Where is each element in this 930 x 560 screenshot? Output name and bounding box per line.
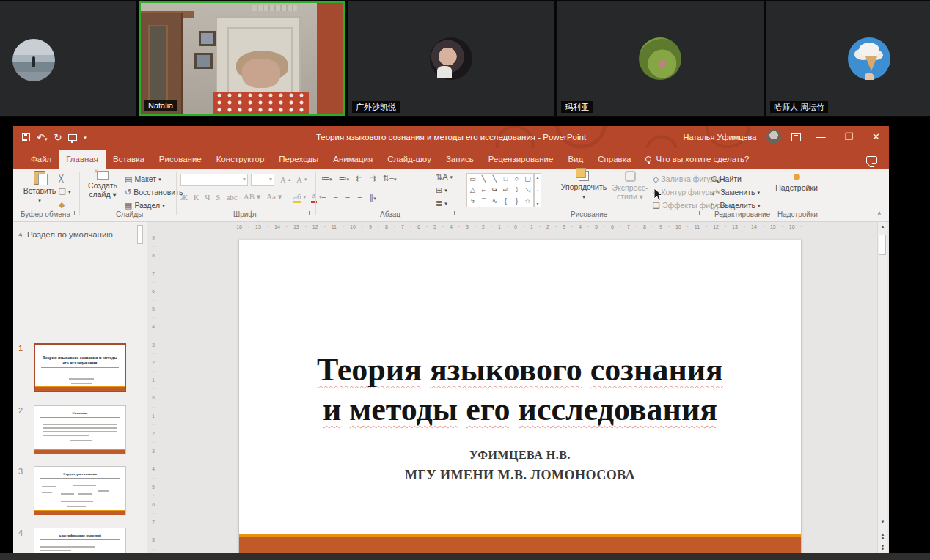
signed-in-user[interactable]: Наталья Уфимцева <box>684 133 757 141</box>
shape-icon[interactable]: ▢ <box>522 174 533 185</box>
slide-thumbnail-3[interactable]: 3Структура сознания <box>13 466 147 515</box>
shape-icon[interactable]: ⇨ <box>500 185 511 196</box>
font-size-combo[interactable] <box>251 174 274 186</box>
numbering-icon[interactable]: ≕▾ <box>339 174 350 183</box>
font-button-К[interactable]: К <box>194 193 199 202</box>
dialog-launcher-icon[interactable] <box>695 211 700 215</box>
shape-icon[interactable]: ╲ <box>489 174 500 185</box>
dialog-launcher-icon[interactable] <box>450 211 455 215</box>
shapes-gallery[interactable]: ▭╲╲□○▢△⌐↪⇨⇩◹ϟ⌒∿{}☆ <box>466 173 534 207</box>
shape-icon[interactable]: ↪ <box>489 185 500 196</box>
shape-icon[interactable]: ╲ <box>478 174 489 185</box>
font-button-Аа[interactable]: Аа ▾ <box>266 192 282 202</box>
reset-button[interactable]: ↺Восстановить <box>125 188 183 196</box>
cut-button[interactable]: ╳ <box>59 174 64 183</box>
section-header[interactable]: Раздел по умолчанию <box>19 230 113 239</box>
slide-thumbnail-2[interactable]: 2Сознание <box>13 405 147 454</box>
tell-me-box[interactable]: Что вы хотите сделать? <box>645 150 749 169</box>
paste-button[interactable]: Вставить▾ <box>21 171 59 204</box>
find-button[interactable]: Найти <box>711 174 742 183</box>
shapes-gallery-scrollbar[interactable]: ▴▪▾ <box>534 173 541 207</box>
slide-thumbnail-4[interactable]: 4классификация значений <box>13 528 147 553</box>
layout-button[interactable]: ▤Макет▾ <box>125 174 161 183</box>
align-text-button[interactable]: ⊞▾ <box>436 186 447 194</box>
font-button-Ч[interactable]: Ч <box>205 193 210 202</box>
grow-font-button[interactable]: А▴ <box>280 175 290 184</box>
ribbon-display-options-icon[interactable] <box>791 133 801 141</box>
new-slide-button[interactable]: Создать слайд ▾ <box>84 171 122 199</box>
columns-icon[interactable]: ∥▾ <box>370 194 376 202</box>
tab-Анимация[interactable]: Анимация <box>326 150 380 169</box>
close-button[interactable]: ✕ <box>868 126 885 148</box>
shape-icon[interactable]: △ <box>467 185 478 196</box>
document-scrollbar[interactable]: ▲ ▼ ▲▲ ▼▼ <box>877 222 887 553</box>
dialog-launcher-icon[interactable] <box>305 211 310 215</box>
increase-indent-icon[interactable]: ⇉ <box>369 174 376 183</box>
shrink-font-button[interactable]: А▾ <box>296 175 307 184</box>
format-painter-button[interactable]: ◆ <box>59 201 65 209</box>
next-slide-button[interactable]: ▼▼ <box>878 545 887 550</box>
panel-scrollbar[interactable] <box>136 224 144 553</box>
align-left-icon[interactable]: ≡ <box>321 194 326 202</box>
tab-Переходы[interactable]: Переходы <box>271 150 326 169</box>
align-center-icon[interactable]: ≡ <box>333 194 337 202</box>
highlight-color-button[interactable]: аб▾ <box>293 192 306 203</box>
text-direction-button[interactable]: ⇅A▾ <box>436 173 453 181</box>
panel-scrollbar-thumb[interactable] <box>137 225 143 244</box>
scroll-down-icon[interactable]: ▼ <box>878 520 887 524</box>
slide-affiliation[interactable]: МГУ ИМЕНИ М.В. ЛОМОНОСОВА <box>239 468 801 483</box>
tab-Справка[interactable]: Справка <box>590 150 638 169</box>
tab-Рисование[interactable]: Рисование <box>152 150 209 169</box>
tab-Рецензирование[interactable]: Рецензирование <box>481 150 561 169</box>
font-button-АВ[interactable]: АВ ▾ <box>244 192 261 202</box>
tab-Конструктор[interactable]: Конструктор <box>209 150 272 169</box>
slide-thumbnail-1[interactable]: 1Теория языкового сознания и методы его … <box>13 343 147 392</box>
line-spacing-icon[interactable]: ⇅≡▾ <box>382 174 396 183</box>
shape-icon[interactable]: ▭ <box>467 174 478 185</box>
tab-Вставка[interactable]: Вставка <box>106 150 152 169</box>
slide-canvas[interactable]: Теория языкового сознания и методы его и… <box>238 240 802 553</box>
comments-icon[interactable] <box>866 156 877 164</box>
user-avatar[interactable] <box>766 130 781 144</box>
slide-thumbnail-image[interactable]: Структура сознания <box>34 466 126 515</box>
convert-smartart-button[interactable]: ≣▾ <box>436 199 447 207</box>
shape-icon[interactable]: ⇩ <box>511 185 522 196</box>
dialog-launcher-icon[interactable] <box>70 211 75 215</box>
replace-button[interactable]: ⇄Заменить▾ <box>711 188 760 196</box>
shape-icon[interactable]: □ <box>500 174 511 185</box>
restore-button[interactable]: ❐ <box>840 126 857 148</box>
align-right-icon[interactable]: ≡ <box>345 194 350 202</box>
select-button[interactable]: ▷Выделить▾ <box>711 201 760 210</box>
shape-icon[interactable]: ∿ <box>489 196 500 207</box>
slide-title[interactable]: Теория языкового сознания и методы его и… <box>239 350 801 430</box>
font-button-abc[interactable]: abc <box>226 193 237 202</box>
decrease-indent-icon[interactable]: ⇇ <box>356 174 362 183</box>
section-button[interactable]: ▦Раздел▾ <box>125 201 165 210</box>
shape-icon[interactable]: { <box>500 196 511 207</box>
shape-icon[interactable]: ◹ <box>522 185 533 196</box>
bullets-icon[interactable]: ≔▾ <box>321 174 332 183</box>
previous-slide-button[interactable]: ▲▲ <box>878 533 887 539</box>
quick-styles-button[interactable]: Экспресс-стили ▾ <box>610 171 650 201</box>
tab-Главная[interactable]: Главная <box>59 150 106 169</box>
arrange-button[interactable]: Упорядочить▾ <box>557 171 610 200</box>
shape-icon[interactable]: ☆ <box>522 196 533 207</box>
slide-author[interactable]: УФИМЦЕВА Н.В. <box>239 449 801 462</box>
copy-button[interactable]: ❏▾ <box>59 188 70 196</box>
font-color-button[interactable]: А▾ <box>311 192 321 203</box>
shape-icon[interactable]: ○ <box>511 174 522 185</box>
slide-thumbnail-image[interactable]: Сознание <box>34 405 126 454</box>
justify-icon[interactable]: ≡ <box>357 194 362 202</box>
font-button-Ж[interactable]: Ж <box>180 193 188 202</box>
tab-Файл[interactable]: Файл <box>23 150 59 169</box>
collapse-ribbon-icon[interactable]: ∧ <box>876 210 882 217</box>
tab-Запись[interactable]: Запись <box>439 150 481 169</box>
font-button-S[interactable]: S <box>216 193 220 202</box>
slide-thumbnail-image[interactable]: Теория языкового сознания и методы его и… <box>34 343 126 392</box>
tab-Вид[interactable]: Вид <box>560 150 590 169</box>
scroll-up-icon[interactable]: ▲ <box>878 224 887 229</box>
slide-thumbnail-image[interactable]: классификация значений <box>34 528 126 553</box>
addins-button[interactable]: Надстройки <box>773 171 820 192</box>
shape-icon[interactable]: } <box>511 196 522 207</box>
shape-icon[interactable]: ⌐ <box>478 185 489 196</box>
